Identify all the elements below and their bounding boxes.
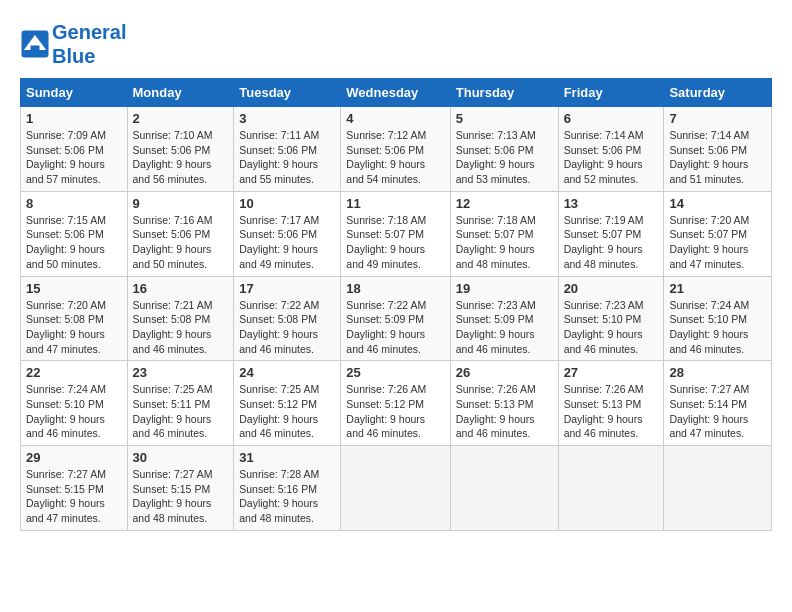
day-cell: 5Sunrise: 7:13 AM Sunset: 5:06 PM Daylig… xyxy=(450,107,558,192)
header-row: SundayMondayTuesdayWednesdayThursdayFrid… xyxy=(21,79,772,107)
day-info: Sunrise: 7:24 AM Sunset: 5:10 PM Dayligh… xyxy=(26,382,122,441)
day-cell: 1Sunrise: 7:09 AM Sunset: 5:06 PM Daylig… xyxy=(21,107,128,192)
col-header-friday: Friday xyxy=(558,79,664,107)
day-info: Sunrise: 7:25 AM Sunset: 5:12 PM Dayligh… xyxy=(239,382,335,441)
col-header-sunday: Sunday xyxy=(21,79,128,107)
day-cell: 23Sunrise: 7:25 AM Sunset: 5:11 PM Dayli… xyxy=(127,361,234,446)
day-info: Sunrise: 7:10 AM Sunset: 5:06 PM Dayligh… xyxy=(133,128,229,187)
week-row-4: 22Sunrise: 7:24 AM Sunset: 5:10 PM Dayli… xyxy=(21,361,772,446)
day-info: Sunrise: 7:24 AM Sunset: 5:10 PM Dayligh… xyxy=(669,298,766,357)
col-header-monday: Monday xyxy=(127,79,234,107)
day-cell: 9Sunrise: 7:16 AM Sunset: 5:06 PM Daylig… xyxy=(127,191,234,276)
day-info: Sunrise: 7:20 AM Sunset: 5:08 PM Dayligh… xyxy=(26,298,122,357)
day-number: 20 xyxy=(564,281,659,296)
day-info: Sunrise: 7:26 AM Sunset: 5:12 PM Dayligh… xyxy=(346,382,444,441)
day-number: 10 xyxy=(239,196,335,211)
day-cell xyxy=(558,446,664,531)
day-number: 23 xyxy=(133,365,229,380)
day-number: 26 xyxy=(456,365,553,380)
day-info: Sunrise: 7:15 AM Sunset: 5:06 PM Dayligh… xyxy=(26,213,122,272)
day-cell: 30Sunrise: 7:27 AM Sunset: 5:15 PM Dayli… xyxy=(127,446,234,531)
day-cell: 21Sunrise: 7:24 AM Sunset: 5:10 PM Dayli… xyxy=(664,276,772,361)
day-info: Sunrise: 7:11 AM Sunset: 5:06 PM Dayligh… xyxy=(239,128,335,187)
day-number: 9 xyxy=(133,196,229,211)
day-cell: 7Sunrise: 7:14 AM Sunset: 5:06 PM Daylig… xyxy=(664,107,772,192)
day-info: Sunrise: 7:23 AM Sunset: 5:10 PM Dayligh… xyxy=(564,298,659,357)
day-number: 7 xyxy=(669,111,766,126)
day-cell: 20Sunrise: 7:23 AM Sunset: 5:10 PM Dayli… xyxy=(558,276,664,361)
day-info: Sunrise: 7:19 AM Sunset: 5:07 PM Dayligh… xyxy=(564,213,659,272)
week-row-2: 8Sunrise: 7:15 AM Sunset: 5:06 PM Daylig… xyxy=(21,191,772,276)
day-number: 22 xyxy=(26,365,122,380)
day-info: Sunrise: 7:14 AM Sunset: 5:06 PM Dayligh… xyxy=(564,128,659,187)
day-number: 16 xyxy=(133,281,229,296)
day-number: 31 xyxy=(239,450,335,465)
calendar-table: SundayMondayTuesdayWednesdayThursdayFrid… xyxy=(20,78,772,531)
day-cell: 13Sunrise: 7:19 AM Sunset: 5:07 PM Dayli… xyxy=(558,191,664,276)
day-cell: 31Sunrise: 7:28 AM Sunset: 5:16 PM Dayli… xyxy=(234,446,341,531)
day-info: Sunrise: 7:17 AM Sunset: 5:06 PM Dayligh… xyxy=(239,213,335,272)
day-cell: 29Sunrise: 7:27 AM Sunset: 5:15 PM Dayli… xyxy=(21,446,128,531)
day-cell: 16Sunrise: 7:21 AM Sunset: 5:08 PM Dayli… xyxy=(127,276,234,361)
day-number: 2 xyxy=(133,111,229,126)
day-number: 6 xyxy=(564,111,659,126)
day-number: 13 xyxy=(564,196,659,211)
day-cell: 3Sunrise: 7:11 AM Sunset: 5:06 PM Daylig… xyxy=(234,107,341,192)
day-number: 29 xyxy=(26,450,122,465)
day-number: 21 xyxy=(669,281,766,296)
day-cell: 11Sunrise: 7:18 AM Sunset: 5:07 PM Dayli… xyxy=(341,191,450,276)
day-number: 30 xyxy=(133,450,229,465)
day-number: 12 xyxy=(456,196,553,211)
day-cell: 8Sunrise: 7:15 AM Sunset: 5:06 PM Daylig… xyxy=(21,191,128,276)
day-info: Sunrise: 7:20 AM Sunset: 5:07 PM Dayligh… xyxy=(669,213,766,272)
day-cell xyxy=(664,446,772,531)
logo-general: General xyxy=(52,21,126,43)
day-number: 14 xyxy=(669,196,766,211)
day-cell: 6Sunrise: 7:14 AM Sunset: 5:06 PM Daylig… xyxy=(558,107,664,192)
day-info: Sunrise: 7:27 AM Sunset: 5:15 PM Dayligh… xyxy=(26,467,122,526)
day-info: Sunrise: 7:12 AM Sunset: 5:06 PM Dayligh… xyxy=(346,128,444,187)
day-cell: 15Sunrise: 7:20 AM Sunset: 5:08 PM Dayli… xyxy=(21,276,128,361)
day-number: 18 xyxy=(346,281,444,296)
day-info: Sunrise: 7:26 AM Sunset: 5:13 PM Dayligh… xyxy=(456,382,553,441)
day-number: 17 xyxy=(239,281,335,296)
day-number: 27 xyxy=(564,365,659,380)
day-cell: 24Sunrise: 7:25 AM Sunset: 5:12 PM Dayli… xyxy=(234,361,341,446)
day-number: 8 xyxy=(26,196,122,211)
day-info: Sunrise: 7:27 AM Sunset: 5:14 PM Dayligh… xyxy=(669,382,766,441)
day-cell: 14Sunrise: 7:20 AM Sunset: 5:07 PM Dayli… xyxy=(664,191,772,276)
day-info: Sunrise: 7:22 AM Sunset: 5:08 PM Dayligh… xyxy=(239,298,335,357)
week-row-3: 15Sunrise: 7:20 AM Sunset: 5:08 PM Dayli… xyxy=(21,276,772,361)
day-cell xyxy=(450,446,558,531)
col-header-tuesday: Tuesday xyxy=(234,79,341,107)
day-info: Sunrise: 7:09 AM Sunset: 5:06 PM Dayligh… xyxy=(26,128,122,187)
svg-rect-2 xyxy=(31,46,40,52)
day-cell: 12Sunrise: 7:18 AM Sunset: 5:07 PM Dayli… xyxy=(450,191,558,276)
logo-text: General Blue xyxy=(52,20,126,68)
day-info: Sunrise: 7:16 AM Sunset: 5:06 PM Dayligh… xyxy=(133,213,229,272)
logo: General Blue xyxy=(20,20,126,68)
day-cell: 27Sunrise: 7:26 AM Sunset: 5:13 PM Dayli… xyxy=(558,361,664,446)
day-number: 3 xyxy=(239,111,335,126)
day-info: Sunrise: 7:23 AM Sunset: 5:09 PM Dayligh… xyxy=(456,298,553,357)
week-row-5: 29Sunrise: 7:27 AM Sunset: 5:15 PM Dayli… xyxy=(21,446,772,531)
day-number: 5 xyxy=(456,111,553,126)
day-cell: 18Sunrise: 7:22 AM Sunset: 5:09 PM Dayli… xyxy=(341,276,450,361)
week-row-1: 1Sunrise: 7:09 AM Sunset: 5:06 PM Daylig… xyxy=(21,107,772,192)
day-cell: 26Sunrise: 7:26 AM Sunset: 5:13 PM Dayli… xyxy=(450,361,558,446)
col-header-wednesday: Wednesday xyxy=(341,79,450,107)
day-number: 25 xyxy=(346,365,444,380)
day-number: 15 xyxy=(26,281,122,296)
day-number: 24 xyxy=(239,365,335,380)
day-number: 11 xyxy=(346,196,444,211)
day-cell: 10Sunrise: 7:17 AM Sunset: 5:06 PM Dayli… xyxy=(234,191,341,276)
day-cell: 17Sunrise: 7:22 AM Sunset: 5:08 PM Dayli… xyxy=(234,276,341,361)
day-info: Sunrise: 7:18 AM Sunset: 5:07 PM Dayligh… xyxy=(346,213,444,272)
day-info: Sunrise: 7:22 AM Sunset: 5:09 PM Dayligh… xyxy=(346,298,444,357)
day-number: 1 xyxy=(26,111,122,126)
day-info: Sunrise: 7:14 AM Sunset: 5:06 PM Dayligh… xyxy=(669,128,766,187)
day-info: Sunrise: 7:25 AM Sunset: 5:11 PM Dayligh… xyxy=(133,382,229,441)
day-info: Sunrise: 7:21 AM Sunset: 5:08 PM Dayligh… xyxy=(133,298,229,357)
day-info: Sunrise: 7:28 AM Sunset: 5:16 PM Dayligh… xyxy=(239,467,335,526)
day-info: Sunrise: 7:13 AM Sunset: 5:06 PM Dayligh… xyxy=(456,128,553,187)
